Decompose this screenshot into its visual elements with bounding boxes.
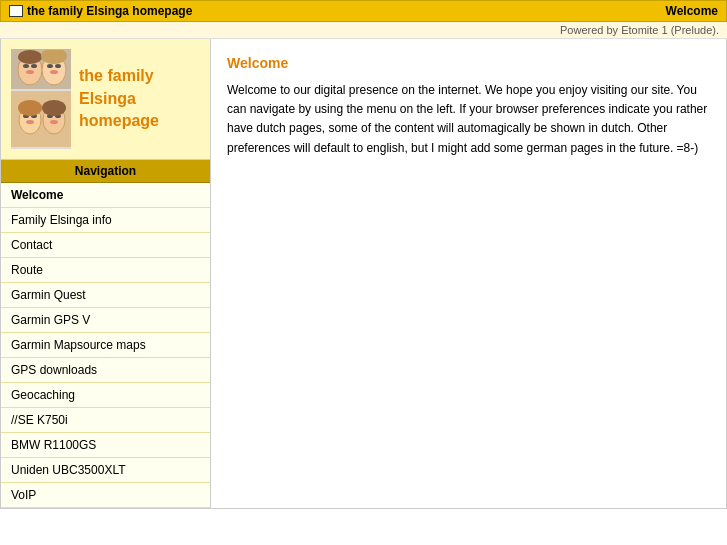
nav-link-voip[interactable]: VoIP bbox=[1, 483, 210, 507]
nav-link-bmw-r1100gs[interactable]: BMW R1100GS bbox=[1, 433, 210, 457]
nav-link-uniden-ubc3500xlt[interactable]: Uniden UBC3500XLT bbox=[1, 458, 210, 482]
nav-list-item: GPS downloads bbox=[1, 358, 210, 383]
powered-by-text: Powered by Etomite 1 (Prelude). bbox=[560, 24, 719, 36]
adults-photo-svg bbox=[12, 50, 70, 88]
photo-bottom bbox=[11, 91, 71, 147]
main-layout: the familyElsingahomepage Navigation Wel… bbox=[0, 39, 727, 509]
logo-area: the familyElsingahomepage bbox=[1, 39, 210, 160]
left-column: the familyElsingahomepage Navigation Wel… bbox=[1, 39, 211, 508]
page-title: the family Elsinga homepage bbox=[27, 4, 192, 18]
nav-link-route[interactable]: Route bbox=[1, 258, 210, 282]
nav-list-item: Garmin GPS V bbox=[1, 308, 210, 333]
svg-point-14 bbox=[18, 100, 42, 116]
svg-point-3 bbox=[26, 70, 34, 74]
powered-bar: Powered by Etomite 1 (Prelude). bbox=[0, 22, 727, 39]
nav-list-item: Geocaching bbox=[1, 383, 210, 408]
nav-list-item: Contact bbox=[1, 233, 210, 258]
nav-list-item: Family Elsinga info bbox=[1, 208, 210, 233]
top-bar-title-area: the family Elsinga homepage bbox=[9, 4, 192, 18]
svg-point-19 bbox=[42, 100, 66, 116]
svg-point-8 bbox=[50, 70, 58, 74]
nav-link-geocaching[interactable]: Geocaching bbox=[1, 383, 210, 407]
nav-list-item: Welcome bbox=[1, 183, 210, 208]
nav-list-item: Garmin Mapsource maps bbox=[1, 333, 210, 358]
nav-link-garmin-quest[interactable]: Garmin Quest bbox=[1, 283, 210, 307]
nav-list-item: BMW R1100GS bbox=[1, 433, 210, 458]
window-icon bbox=[9, 5, 23, 17]
content-title: Welcome bbox=[227, 55, 710, 71]
nav-list-item: VoIP bbox=[1, 483, 210, 508]
top-bar: the family Elsinga homepage Welcome bbox=[0, 0, 727, 22]
nav-link-family-elsinga-info[interactable]: Family Elsinga info bbox=[1, 208, 210, 232]
nav-list-item: Uniden UBC3500XLT bbox=[1, 458, 210, 483]
nav-link-garmin-mapsource-maps[interactable]: Garmin Mapsource maps bbox=[1, 333, 210, 357]
svg-point-6 bbox=[47, 64, 53, 68]
nav-link-se-k750i[interactable]: //SE K750i bbox=[1, 408, 210, 432]
nav-link-garmin-gps-v[interactable]: Garmin GPS V bbox=[1, 308, 210, 332]
logo-text: the familyElsingahomepage bbox=[79, 65, 159, 132]
top-bar-right-label: Welcome bbox=[666, 4, 718, 18]
children-photo-svg bbox=[12, 92, 70, 146]
nav-link-gps-downloads[interactable]: GPS downloads bbox=[1, 358, 210, 382]
nav-list-item: Garmin Quest bbox=[1, 283, 210, 308]
logo-photo bbox=[11, 49, 71, 149]
nav-list: WelcomeFamily Elsinga infoContactRouteGa… bbox=[1, 183, 210, 508]
nav-header: Navigation bbox=[1, 160, 210, 183]
svg-point-4 bbox=[18, 50, 42, 64]
svg-point-2 bbox=[31, 64, 37, 68]
nav-link-contact[interactable]: Contact bbox=[1, 233, 210, 257]
photo-top bbox=[11, 49, 71, 89]
svg-point-18 bbox=[50, 120, 58, 124]
nav-list-item: //SE K750i bbox=[1, 408, 210, 433]
content-body: Welcome to our digital presence on the i… bbox=[227, 81, 710, 158]
nav-link-welcome[interactable]: Welcome bbox=[1, 183, 210, 207]
svg-point-1 bbox=[23, 64, 29, 68]
content-area: Welcome Welcome to our digital presence … bbox=[211, 39, 726, 174]
nav-list-item: Route bbox=[1, 258, 210, 283]
svg-point-7 bbox=[55, 64, 61, 68]
svg-point-13 bbox=[26, 120, 34, 124]
